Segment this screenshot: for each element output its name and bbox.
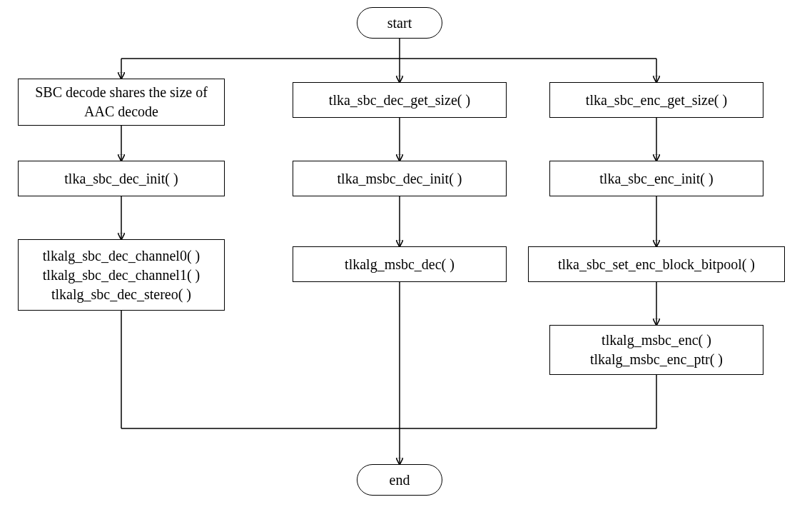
mid-init-node: tlka_msbc_dec_init( ) — [293, 161, 507, 196]
flowchart-canvas: start SBC decode shares the size of AAC … — [0, 0, 812, 532]
right-size-node: tlka_sbc_enc_get_size( ) — [549, 82, 763, 118]
terminator-end: end — [357, 464, 442, 496]
right-enc-node: tlkalg_msbc_enc( ) tlkalg_msbc_enc_ptr( … — [549, 325, 763, 375]
left-size-node: SBC decode shares the size of AAC decode — [18, 79, 225, 126]
left-process-line2: tlkalg_sbc_dec_channel1( ) — [43, 266, 200, 285]
right-init-node: tlka_sbc_enc_init( ) — [549, 161, 763, 196]
mid-process-node: tlkalg_msbc_dec( ) — [293, 246, 507, 282]
right-bitpool-node: tlka_sbc_set_enc_block_bitpool( ) — [528, 246, 785, 282]
right-enc-line1: tlkalg_msbc_enc( ) — [590, 331, 723, 350]
left-process-node: tlkalg_sbc_dec_channel0( ) tlkalg_sbc_de… — [18, 239, 225, 311]
left-process-line1: tlkalg_sbc_dec_channel0( ) — [43, 246, 200, 266]
left-init-node: tlka_sbc_dec_init( ) — [18, 161, 225, 196]
mid-size-node: tlka_sbc_dec_get_size( ) — [293, 82, 507, 118]
right-enc-line2: tlkalg_msbc_enc_ptr( ) — [590, 350, 723, 369]
left-process-line3: tlkalg_sbc_dec_stereo( ) — [43, 285, 200, 304]
terminator-start: start — [357, 7, 442, 39]
